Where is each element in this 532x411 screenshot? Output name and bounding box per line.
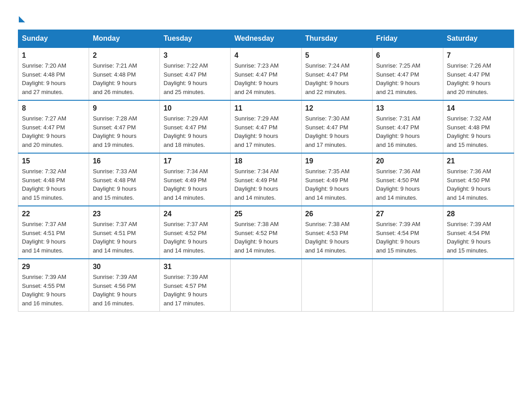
day-info: Sunrise: 7:39 AMSunset: 4:56 PMDaylight:… <box>93 273 156 308</box>
day-cell: 22Sunrise: 7:37 AMSunset: 4:51 PMDayligh… <box>18 206 89 259</box>
day-number: 27 <box>376 210 439 218</box>
day-number: 31 <box>163 263 227 271</box>
week-row-1: 1Sunrise: 7:20 AMSunset: 4:48 PMDaylight… <box>18 47 514 100</box>
day-number: 5 <box>305 51 369 60</box>
logo <box>18 13 25 21</box>
day-number: 25 <box>234 210 297 218</box>
day-cell: 30Sunrise: 7:39 AMSunset: 4:56 PMDayligh… <box>89 259 160 312</box>
day-cell: 8Sunrise: 7:27 AMSunset: 4:47 PMDaylight… <box>18 100 89 153</box>
page-header <box>18 13 514 21</box>
day-info: Sunrise: 7:27 AMSunset: 4:47 PMDaylight:… <box>22 114 85 149</box>
day-cell: 11Sunrise: 7:29 AMSunset: 4:47 PMDayligh… <box>231 100 301 153</box>
day-cell: 13Sunrise: 7:31 AMSunset: 4:47 PMDayligh… <box>372 100 443 153</box>
header-cell-monday: Monday <box>89 30 160 48</box>
day-number: 13 <box>376 104 439 112</box>
day-info: Sunrise: 7:25 AMSunset: 4:47 PMDaylight:… <box>376 61 439 96</box>
day-number: 20 <box>376 157 439 165</box>
day-info: Sunrise: 7:29 AMSunset: 4:47 PMDaylight:… <box>163 114 227 149</box>
day-info: Sunrise: 7:35 AMSunset: 4:49 PMDaylight:… <box>305 167 369 202</box>
day-number: 2 <box>93 51 156 60</box>
day-number: 15 <box>22 157 85 165</box>
day-number: 6 <box>376 51 439 60</box>
day-cell: 17Sunrise: 7:34 AMSunset: 4:49 PMDayligh… <box>160 153 231 206</box>
header-cell-friday: Friday <box>372 30 443 48</box>
day-cell: 4Sunrise: 7:23 AMSunset: 4:47 PMDaylight… <box>231 47 301 100</box>
day-info: Sunrise: 7:37 AMSunset: 4:52 PMDaylight:… <box>163 220 227 255</box>
day-number: 19 <box>305 157 369 165</box>
day-number: 4 <box>234 51 297 60</box>
day-info: Sunrise: 7:22 AMSunset: 4:47 PMDaylight:… <box>163 61 227 96</box>
day-number: 1 <box>22 51 85 60</box>
day-info: Sunrise: 7:39 AMSunset: 4:54 PMDaylight:… <box>376 220 439 255</box>
day-number: 30 <box>93 263 156 271</box>
day-info: Sunrise: 7:33 AMSunset: 4:48 PMDaylight:… <box>93 167 156 202</box>
day-cell: 21Sunrise: 7:36 AMSunset: 4:50 PMDayligh… <box>443 153 514 206</box>
day-cell: 2Sunrise: 7:21 AMSunset: 4:48 PMDaylight… <box>89 47 160 100</box>
day-cell: 20Sunrise: 7:36 AMSunset: 4:50 PMDayligh… <box>372 153 443 206</box>
day-number: 8 <box>22 104 85 112</box>
day-cell: 29Sunrise: 7:39 AMSunset: 4:55 PMDayligh… <box>18 259 89 312</box>
week-row-3: 15Sunrise: 7:32 AMSunset: 4:48 PMDayligh… <box>18 153 514 206</box>
day-cell <box>372 259 443 312</box>
day-cell: 18Sunrise: 7:34 AMSunset: 4:49 PMDayligh… <box>231 153 301 206</box>
day-cell: 3Sunrise: 7:22 AMSunset: 4:47 PMDaylight… <box>160 47 231 100</box>
week-row-5: 29Sunrise: 7:39 AMSunset: 4:55 PMDayligh… <box>18 259 514 312</box>
day-info: Sunrise: 7:23 AMSunset: 4:47 PMDaylight:… <box>234 61 297 96</box>
day-number: 21 <box>447 157 510 165</box>
day-number: 3 <box>163 51 227 60</box>
week-row-4: 22Sunrise: 7:37 AMSunset: 4:51 PMDayligh… <box>18 206 514 259</box>
day-cell: 6Sunrise: 7:25 AMSunset: 4:47 PMDaylight… <box>372 47 443 100</box>
day-info: Sunrise: 7:39 AMSunset: 4:54 PMDaylight:… <box>447 220 510 255</box>
day-info: Sunrise: 7:34 AMSunset: 4:49 PMDaylight:… <box>234 167 297 202</box>
day-number: 22 <box>22 210 85 218</box>
day-cell: 14Sunrise: 7:32 AMSunset: 4:48 PMDayligh… <box>443 100 514 153</box>
day-cell: 27Sunrise: 7:39 AMSunset: 4:54 PMDayligh… <box>372 206 443 259</box>
day-number: 14 <box>447 104 510 112</box>
day-cell <box>443 259 514 312</box>
header-cell-tuesday: Tuesday <box>160 30 231 48</box>
day-info: Sunrise: 7:36 AMSunset: 4:50 PMDaylight:… <box>447 167 510 202</box>
logo-arrow-icon <box>19 16 25 22</box>
day-info: Sunrise: 7:38 AMSunset: 4:52 PMDaylight:… <box>234 220 297 255</box>
day-info: Sunrise: 7:37 AMSunset: 4:51 PMDaylight:… <box>22 220 85 255</box>
day-number: 23 <box>93 210 156 218</box>
day-info: Sunrise: 7:37 AMSunset: 4:51 PMDaylight:… <box>93 220 156 255</box>
day-cell: 7Sunrise: 7:26 AMSunset: 4:47 PMDaylight… <box>443 47 514 100</box>
day-info: Sunrise: 7:21 AMSunset: 4:48 PMDaylight:… <box>93 61 156 96</box>
day-cell: 25Sunrise: 7:38 AMSunset: 4:52 PMDayligh… <box>231 206 301 259</box>
calendar-table: SundayMondayTuesdayWednesdayThursdayFrid… <box>18 30 514 312</box>
header-cell-wednesday: Wednesday <box>231 30 301 48</box>
day-cell <box>301 259 372 312</box>
header-cell-sunday: Sunday <box>18 30 89 48</box>
day-cell: 24Sunrise: 7:37 AMSunset: 4:52 PMDayligh… <box>160 206 231 259</box>
day-number: 24 <box>163 210 227 218</box>
day-info: Sunrise: 7:26 AMSunset: 4:47 PMDaylight:… <box>447 61 510 96</box>
day-cell: 26Sunrise: 7:38 AMSunset: 4:53 PMDayligh… <box>301 206 372 259</box>
day-cell: 23Sunrise: 7:37 AMSunset: 4:51 PMDayligh… <box>89 206 160 259</box>
day-number: 10 <box>163 104 227 112</box>
day-number: 16 <box>93 157 156 165</box>
day-info: Sunrise: 7:30 AMSunset: 4:47 PMDaylight:… <box>305 114 369 149</box>
day-number: 18 <box>234 157 297 165</box>
day-info: Sunrise: 7:29 AMSunset: 4:47 PMDaylight:… <box>234 114 297 149</box>
day-number: 12 <box>305 104 369 112</box>
calendar-header: SundayMondayTuesdayWednesdayThursdayFrid… <box>18 30 514 48</box>
day-info: Sunrise: 7:32 AMSunset: 4:48 PMDaylight:… <box>22 167 85 202</box>
day-cell: 5Sunrise: 7:24 AMSunset: 4:47 PMDaylight… <box>301 47 372 100</box>
day-cell: 28Sunrise: 7:39 AMSunset: 4:54 PMDayligh… <box>443 206 514 259</box>
day-info: Sunrise: 7:31 AMSunset: 4:47 PMDaylight:… <box>376 114 439 149</box>
logo-top <box>18 13 25 22</box>
day-info: Sunrise: 7:39 AMSunset: 4:55 PMDaylight:… <box>22 273 85 308</box>
day-cell: 1Sunrise: 7:20 AMSunset: 4:48 PMDaylight… <box>18 47 89 100</box>
day-cell: 12Sunrise: 7:30 AMSunset: 4:47 PMDayligh… <box>301 100 372 153</box>
day-number: 17 <box>163 157 227 165</box>
day-number: 28 <box>447 210 510 218</box>
day-info: Sunrise: 7:24 AMSunset: 4:47 PMDaylight:… <box>305 61 369 96</box>
day-number: 9 <box>93 104 156 112</box>
day-info: Sunrise: 7:20 AMSunset: 4:48 PMDaylight:… <box>22 61 85 96</box>
day-info: Sunrise: 7:28 AMSunset: 4:47 PMDaylight:… <box>93 114 156 149</box>
day-cell: 15Sunrise: 7:32 AMSunset: 4:48 PMDayligh… <box>18 153 89 206</box>
day-number: 11 <box>234 104 297 112</box>
day-cell <box>231 259 301 312</box>
calendar-body: 1Sunrise: 7:20 AMSunset: 4:48 PMDaylight… <box>18 47 514 312</box>
